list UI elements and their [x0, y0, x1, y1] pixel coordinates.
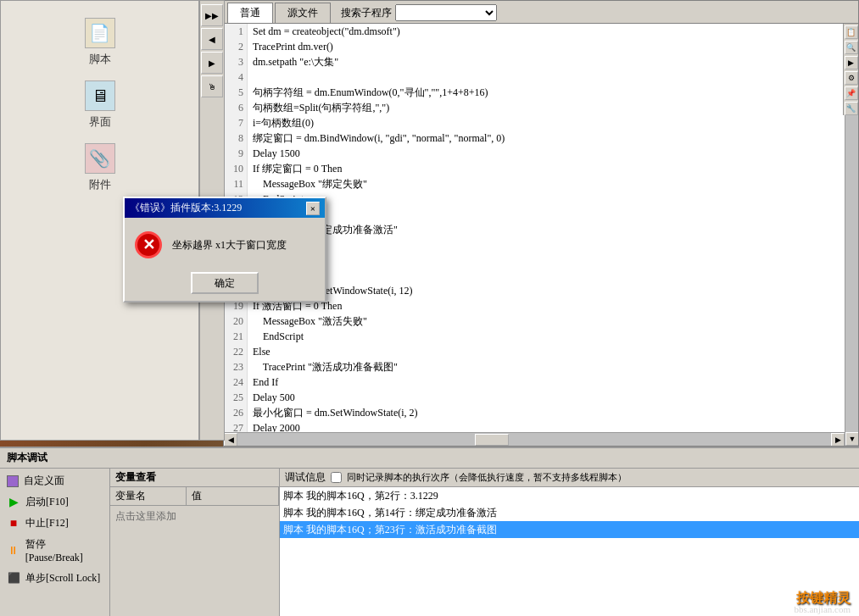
line-code: If 绑定窗口 = 0 Then: [248, 161, 342, 176]
sidebar-tool-1[interactable]: ▶▶: [201, 4, 223, 26]
dialog-title: 《错误》插件版本:3.1229: [130, 201, 242, 215]
line-number: 20: [224, 314, 248, 329]
tool-5[interactable]: 📌: [845, 86, 858, 100]
line-code: Set dm = createobject("dm.dmsoft"): [248, 24, 400, 39]
debug-info-label: 调试信息: [285, 470, 326, 485]
scroll-down-btn[interactable]: ▼: [845, 432, 858, 446]
line-number: 27: [224, 420, 248, 432]
code-line: 25Delay 500: [224, 390, 845, 405]
hscroll-track[interactable]: [237, 433, 831, 446]
debug-log-line[interactable]: 脚本 我的脚本16Q，第14行：绑定成功准备激活: [280, 504, 859, 521]
debug-log-line[interactable]: 脚本 我的脚本16Q，第2行：3.1229: [280, 487, 859, 504]
debug-stop-btn[interactable]: ■ 中止[F12]: [3, 514, 106, 532]
start-icon: ▶: [7, 496, 20, 509]
sidebar-item-attachment[interactable]: 附件: [85, 143, 115, 192]
line-code: Else: [248, 344, 271, 359]
line-code: Delay 1500: [248, 146, 300, 161]
tool-3[interactable]: ▶: [845, 56, 858, 69]
line-number: 5: [224, 85, 248, 100]
error-dialog: 《错误》插件版本:3.1229 × ✕ 坐标越界 x1大于窗口宽度 确定: [123, 197, 326, 302]
debug-content: 自定义面 ▶ 启动[F10] ■ 中止[F12] ⏸: [0, 469, 859, 616]
dialog-ok-btn[interactable]: 确定: [191, 272, 259, 294]
code-line: 20 MessageBox "激活失败": [224, 314, 845, 329]
debug-info-desc: 同时记录脚本的执行次序（会降低执行速度，暂不支持多线程脚本）: [347, 471, 627, 484]
var-col-val-header: 值: [187, 487, 279, 505]
ui-icon: [85, 80, 115, 111]
line-code: [248, 69, 253, 85]
tool-1[interactable]: 📋: [845, 25, 858, 39]
debug-custom-btn[interactable]: 自定义面: [3, 472, 106, 490]
code-line: 23 TracePrint "激活成功准备截图": [224, 359, 845, 375]
ui-label: 界面: [89, 114, 111, 130]
code-line: 6句柄数组=Split(句柄字符组,","): [224, 100, 845, 115]
watermark-sub: bbs.anjian.com: [794, 604, 851, 614]
stop-icon: ■: [7, 517, 20, 530]
right-tools: 📋 🔍 ▶ ⚙ 📌 🔧: [843, 24, 858, 115]
code-line: 10If 绑定窗口 = 0 Then: [224, 161, 845, 176]
debug-record-checkbox[interactable]: [331, 472, 342, 483]
var-add-hint[interactable]: 点击这里添加: [110, 506, 279, 527]
code-line: 7i=句柄数组(0): [224, 115, 845, 130]
line-number: 1: [224, 24, 248, 39]
code-line: 27Delay 2000: [224, 420, 845, 432]
hscroll-thumb[interactable]: [475, 434, 509, 446]
line-code: EndScript: [248, 329, 304, 344]
line-number: 6: [224, 100, 248, 115]
line-number: 22: [224, 344, 248, 359]
script-icon: [85, 18, 115, 48]
line-code: 最小化窗口 = dm.SetWindowState(i, 2): [248, 405, 418, 420]
app-container: 脚本 界面 附件 ▶▶ ◀ ▶ 🖱 普通 源文件 搜索子程序: [0, 0, 859, 616]
sidebar-item-ui[interactable]: 界面: [85, 80, 115, 130]
debug-log-line[interactable]: 脚本 我的脚本16Q；第23行：激活成功准备截图: [280, 521, 859, 538]
var-header: 变量名 值: [110, 487, 279, 506]
debug-info-panel: 调试信息 同时记录脚本的执行次序（会降低执行速度，暂不支持多线程脚本） 脚本 我…: [280, 469, 859, 616]
tab-source[interactable]: 源文件: [275, 3, 331, 23]
debug-variables-panel: 变量查看 变量名 值 点击这里添加: [110, 469, 280, 616]
custom-icon: [7, 475, 19, 487]
sidebar-tool-3[interactable]: ▶: [201, 52, 223, 74]
debug-log[interactable]: 脚本 我的脚本16Q，第2行：3.1229脚本 我的脚本16Q，第14行：绑定成…: [280, 487, 859, 616]
line-number: 11: [224, 176, 248, 191]
sidebar-tool-4[interactable]: 🖱: [201, 75, 223, 97]
line-code: 绑定窗口 = dm.BindWindow(i, "gdi", "normal",…: [248, 130, 505, 146]
attachment-label: 附件: [89, 177, 111, 192]
code-line: 24End If: [224, 375, 845, 390]
code-line: 11 MessageBox "绑定失败": [224, 176, 845, 191]
debug-start-btn[interactable]: ▶ 启动[F10]: [3, 493, 106, 511]
line-number: 4: [224, 69, 248, 85]
debug-panel: 脚本调试 自定义面 ▶ 启动[F10] ■ 中止[F1: [0, 447, 859, 616]
tab-normal[interactable]: 普通: [227, 3, 273, 23]
line-code: TracePrint dm.ver(): [248, 39, 333, 54]
debug-buttons: 自定义面 ▶ 启动[F10] ■ 中止[F12] ⏸: [0, 469, 110, 616]
tool-2[interactable]: 🔍: [845, 41, 858, 54]
tool-4[interactable]: ⚙: [845, 71, 858, 85]
code-line: 8绑定窗口 = dm.BindWindow(i, "gdi", "normal"…: [224, 130, 845, 146]
line-number: 8: [224, 130, 248, 146]
debug-step-btn[interactable]: ⬛ 单步[Scroll Lock]: [3, 569, 106, 587]
code-line: 5句柄字符组 = dm.EnumWindow(0,"寻仙","",1+4+8+1…: [224, 85, 845, 100]
code-line: 3dm.setpath "e:\大集": [224, 54, 845, 69]
hscroll-right-btn[interactable]: ▶: [831, 433, 845, 446]
line-number: 25: [224, 390, 248, 405]
dialog-message: 坐标越界 x1大于窗口宽度: [172, 238, 287, 253]
dialog-close-btn[interactable]: ×: [306, 202, 320, 215]
horizontal-scrollbar[interactable]: ◀ ▶: [224, 432, 845, 446]
code-line: 26最小化窗口 = dm.SetWindowState(i, 2): [224, 405, 845, 420]
line-code: MessageBox "激活失败": [248, 314, 367, 329]
debug-step-label: 单步[Scroll Lock]: [25, 571, 100, 585]
error-icon: ✕: [135, 231, 162, 258]
line-number: 23: [224, 359, 248, 375]
sidebar-tool-2[interactable]: ◀: [201, 28, 223, 50]
debug-pause-btn[interactable]: ⏸ 暂停[Pause/Break]: [3, 536, 106, 566]
line-number: 3: [224, 54, 248, 69]
search-dropdown[interactable]: [395, 4, 497, 21]
search-label: 搜索子程序: [341, 6, 392, 20]
code-line: 9Delay 1500: [224, 146, 845, 161]
hscroll-left-btn[interactable]: ◀: [224, 433, 237, 446]
tool-6[interactable]: 🔧: [845, 102, 858, 115]
step-icon: ⬛: [7, 572, 20, 585]
dialog-title-bar: 《错误》插件版本:3.1229 ×: [125, 198, 325, 218]
line-number: 7: [224, 115, 248, 130]
sidebar-item-script[interactable]: 脚本: [85, 18, 115, 67]
line-number: 21: [224, 329, 248, 344]
